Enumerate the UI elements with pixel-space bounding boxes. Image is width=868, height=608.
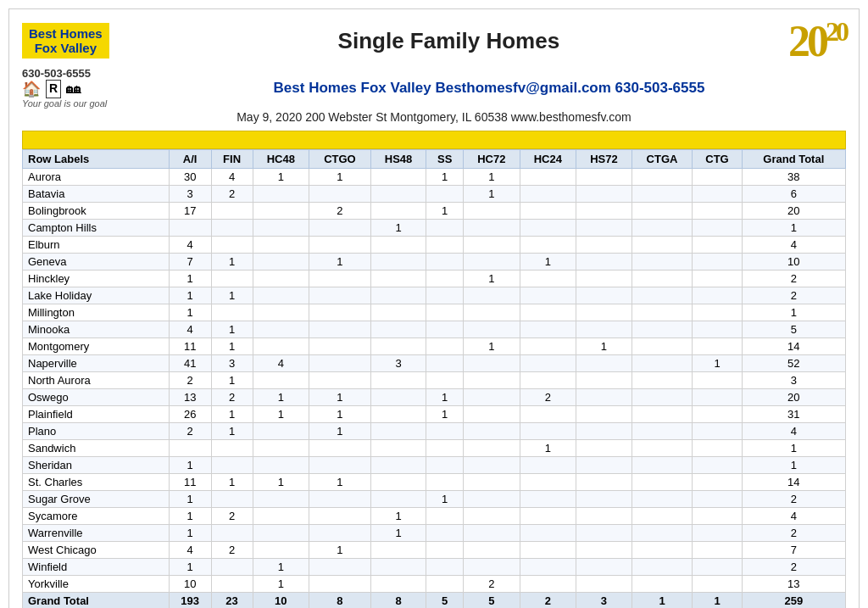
table-row: Minooka415	[23, 321, 846, 338]
row-cell-hc48: 1	[253, 559, 309, 576]
row-cell-total: 2	[742, 525, 845, 542]
row-cell-ctgo	[309, 287, 371, 304]
row-cell-ss	[426, 321, 464, 338]
row-cell-ss	[426, 474, 464, 491]
row-cell-hc48	[253, 254, 309, 271]
col-header-label: Row Labels	[23, 150, 170, 169]
row-cell-hs72	[576, 186, 632, 203]
row-cell-ctga	[632, 254, 693, 271]
row-cell-hc24	[520, 237, 576, 254]
row-label: North Aurora	[23, 372, 170, 389]
row-cell-hc48: 4	[253, 355, 309, 372]
row-cell-hs48	[370, 491, 426, 508]
row-cell-ss	[426, 542, 464, 559]
row-cell-hc24	[520, 491, 576, 508]
row-cell-hc72	[464, 559, 520, 576]
row-cell-hc24	[520, 559, 576, 576]
col-header-hs72: HS72	[576, 150, 632, 169]
row-label: Elburn	[23, 237, 170, 254]
table-row: North Aurora213	[23, 372, 846, 389]
contact-main: Best Homes Fox Valley Besthomesfv@gmail.…	[132, 80, 846, 97]
row-cell-fin: 2	[211, 389, 253, 406]
row-cell-hs48	[370, 542, 426, 559]
row-cell-ai: 30	[169, 169, 211, 186]
row-cell-ss: 1	[426, 203, 464, 220]
row-cell-ctga	[632, 389, 693, 406]
table-row: Montgomery1111114	[23, 338, 846, 355]
row-cell-ctga	[632, 559, 693, 576]
row-cell-ctga	[632, 457, 693, 474]
row-cell-hs72	[576, 423, 632, 440]
row-cell-fin: 1	[211, 254, 253, 271]
row-cell-hc24	[520, 576, 576, 593]
row-cell-hs48: 3	[370, 355, 426, 372]
row-cell-ai: 2	[169, 372, 211, 389]
table-row: Batavia3216	[23, 186, 846, 203]
row-cell-ctgo	[309, 237, 371, 254]
row-cell-hc24	[520, 338, 576, 355]
row-cell-ctga	[632, 321, 693, 338]
row-label: Millington	[23, 304, 170, 321]
row-cell-ctg	[693, 457, 742, 474]
row-cell-hc72: 1	[464, 338, 520, 355]
row-cell-ctg	[693, 220, 742, 237]
row-cell-hc48	[253, 457, 309, 474]
row-cell-fin: 1	[211, 474, 253, 491]
row-cell-ai: 1	[169, 457, 211, 474]
row-cell-ss: 1	[426, 389, 464, 406]
table-row: Sugar Grove112	[23, 491, 846, 508]
row-cell-ss	[426, 271, 464, 287]
table-row: Sheridan11	[23, 457, 846, 474]
row-cell-ctga	[632, 423, 693, 440]
row-cell-ctga	[632, 203, 693, 220]
row-cell-ai: 11	[169, 474, 211, 491]
row-cell-ss	[426, 220, 464, 237]
logo-box: Best Homes Fox Valley	[22, 23, 109, 59]
row-cell-hs48	[370, 559, 426, 576]
row-cell-ctgo	[309, 372, 371, 389]
row-cell-hc48	[253, 203, 309, 220]
row-cell-hc24: 2	[520, 389, 576, 406]
row-cell-total: 20	[742, 389, 845, 406]
row-cell-total: 4	[742, 423, 845, 440]
row-cell-ctga	[632, 304, 693, 321]
row-cell-ss	[426, 559, 464, 576]
row-cell-ai: 17	[169, 203, 211, 220]
row-cell-total: 3	[742, 372, 845, 389]
row-cell-total: 10	[742, 254, 845, 271]
row-cell-hs72	[576, 576, 632, 593]
row-cell-hs72	[576, 542, 632, 559]
row-cell-total: 6	[742, 186, 845, 203]
col-header-ctg: CTG	[693, 150, 742, 169]
row-cell-hs48	[370, 254, 426, 271]
row-cell-hc72	[464, 389, 520, 406]
row-cell-ctgo	[309, 491, 371, 508]
row-cell-hc72	[464, 457, 520, 474]
table-row: Oswego132111220	[23, 389, 846, 406]
row-cell-hc72	[464, 372, 520, 389]
row-cell-hs72	[576, 525, 632, 542]
goal-text: Your goal is our goal	[22, 98, 132, 109]
row-label: Plainfield	[23, 406, 170, 423]
row-label: Aurora	[23, 169, 170, 186]
realtor-icon: R	[46, 80, 61, 98]
row-cell-ctgo	[309, 525, 371, 542]
row-cell-ctg	[693, 542, 742, 559]
row-cell-hs72	[576, 169, 632, 186]
row-cell-ctgo	[309, 321, 371, 338]
table-row: Warrenville112	[23, 525, 846, 542]
row-cell-ss	[426, 355, 464, 372]
row-cell-hs48	[370, 186, 426, 203]
row-cell-ctg	[693, 169, 742, 186]
row-cell-ctga	[632, 542, 693, 559]
row-cell-hs48	[370, 287, 426, 304]
row-cell-hs72	[576, 271, 632, 287]
row-cell-hc48: 1	[253, 474, 309, 491]
row-label: Winfield	[23, 559, 170, 576]
col-header-fin: FIN	[211, 150, 253, 169]
row-cell-fin	[211, 237, 253, 254]
row-cell-ctga	[632, 508, 693, 525]
row-cell-ctga	[632, 406, 693, 423]
row-cell-hs48	[370, 474, 426, 491]
row-cell-hc72	[464, 491, 520, 508]
